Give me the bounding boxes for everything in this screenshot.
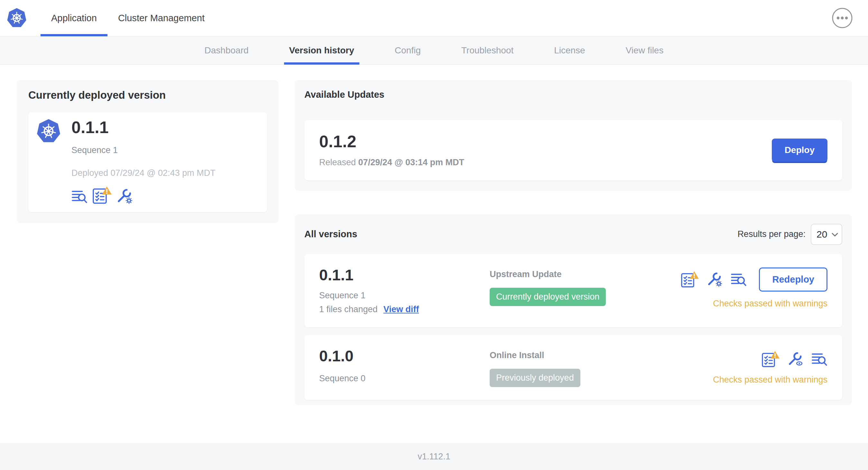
subtab-dashboard[interactable]: Dashboard [205, 36, 249, 64]
version-status-badge: Currently deployed version [490, 288, 606, 306]
edit-config-icon[interactable] [117, 188, 133, 204]
view-diff-link[interactable]: View diff [383, 304, 419, 314]
logs-icon[interactable] [811, 351, 828, 367]
subtab-version-history-label: Version history [289, 45, 354, 56]
available-updates-card: Available Updates 0.1.2 Released 07/29/2… [295, 80, 852, 191]
kubernetes-logo-icon [6, 8, 27, 28]
subtab-view-files-label: View files [626, 45, 664, 56]
current-version-detail: 0.1.1 Sequence 1 Deployed 07/29/24 @ 02:… [28, 112, 267, 212]
all-versions-card: All versions Results per page: 20 [295, 214, 852, 405]
available-updates-title: Available Updates [304, 89, 842, 100]
redeploy-button[interactable]: Redeploy [759, 267, 828, 292]
files-changed-label: 1 files changed [319, 304, 378, 314]
subtab-license-label: License [554, 45, 585, 56]
row-sequence: Sequence 1 [319, 291, 490, 301]
current-version-number: 0.1.1 [71, 119, 216, 136]
console-version: v1.112.1 [417, 452, 451, 462]
preflight-checks-warning-icon[interactable] [92, 186, 112, 204]
version-status-badge: Previously deployed [490, 369, 580, 387]
preflight-checks-warning-icon[interactable] [761, 350, 780, 368]
preflight-status-text: Checks passed with warnings [713, 375, 828, 385]
ellipsis-circle-icon [831, 7, 853, 29]
released-prefix: Released [319, 158, 356, 167]
subtab-license[interactable]: License [554, 36, 585, 64]
row-version-number: 0.1.1 [319, 267, 490, 283]
subtab-dashboard-label: Dashboard [205, 45, 249, 56]
results-per-page-label: Results per page: [737, 229, 806, 239]
subtab-config[interactable]: Config [395, 36, 421, 64]
subtab-troubleshoot[interactable]: Troubleshoot [461, 36, 514, 64]
subtab-version-history[interactable]: Version history [289, 36, 354, 64]
app-icon-kubernetes [36, 119, 61, 144]
preflight-status-text: Checks passed with warnings [713, 299, 828, 309]
tab-application-label: Application [51, 13, 97, 24]
update-released-date: Released 07/29/24 @ 03:14 pm MDT [319, 158, 464, 167]
more-menu-button[interactable] [831, 7, 853, 29]
version-row: 0.1.0 Sequence 0 Online Install Previous… [304, 335, 842, 400]
results-per-page-select[interactable]: 20 [811, 224, 842, 245]
logs-icon[interactable] [71, 189, 88, 204]
view-config-icon[interactable] [787, 351, 804, 367]
app-subnav: Dashboard Version history Config Trouble… [0, 36, 868, 65]
update-version-number: 0.1.2 [319, 133, 464, 150]
released-date: 07/29/24 @ 03:14 pm MDT [359, 158, 464, 167]
topbar: Application Cluster Management [0, 0, 868, 36]
all-versions-title: All versions [304, 229, 357, 239]
top-tabs: Application Cluster Management [40, 0, 215, 36]
subtab-view-files[interactable]: View files [626, 36, 664, 64]
tab-cluster-management-label: Cluster Management [118, 13, 205, 24]
footer: v1.112.1 [0, 443, 868, 470]
current-version-card: Currently deployed version [17, 80, 279, 223]
preflight-checks-warning-icon[interactable] [680, 271, 699, 288]
version-source-label: Online Install [490, 350, 713, 360]
current-version-title: Currently deployed version [28, 89, 267, 101]
tab-application[interactable]: Application [40, 0, 107, 36]
available-update-row: 0.1.2 Released 07/29/24 @ 03:14 pm MDT D… [304, 120, 842, 180]
row-sequence: Sequence 0 [319, 374, 490, 383]
version-source-label: Upstream Update [490, 269, 680, 279]
edit-config-icon[interactable] [707, 271, 723, 288]
version-row: 0.1.1 Sequence 1 1 files changed View di… [304, 254, 842, 327]
subtab-config-label: Config [395, 45, 421, 56]
version-history-page: Currently deployed version [0, 65, 868, 443]
tab-cluster-management[interactable]: Cluster Management [107, 0, 215, 36]
subtab-troubleshoot-label: Troubleshoot [461, 45, 514, 56]
current-version-sequence: Sequence 1 [71, 145, 216, 155]
current-version-deployed-date: Deployed 07/29/24 @ 02:43 pm MDT [71, 168, 216, 178]
logs-icon[interactable] [731, 271, 747, 288]
deploy-button[interactable]: Deploy [772, 139, 828, 162]
row-version-number: 0.1.0 [319, 348, 490, 364]
